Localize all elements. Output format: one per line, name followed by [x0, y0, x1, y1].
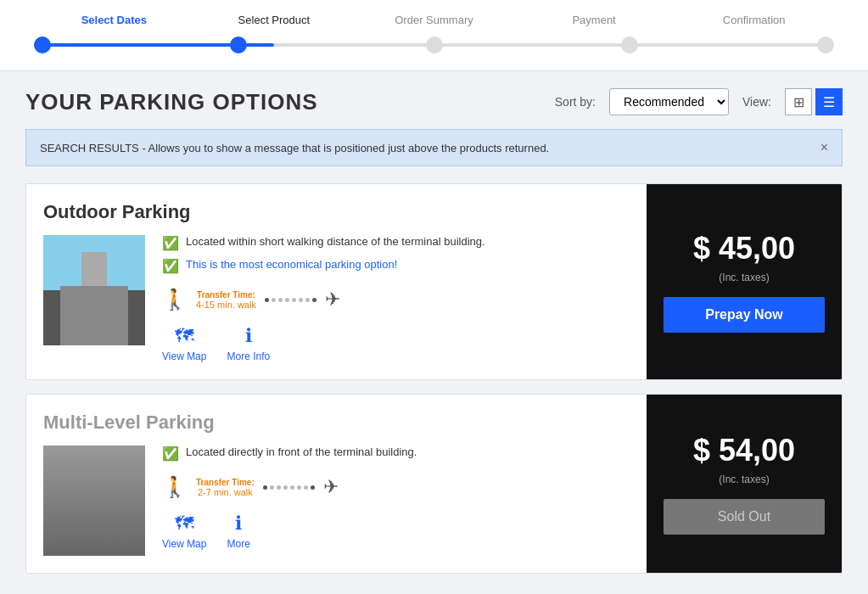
step-confirmation: Confirmation — [674, 14, 834, 26]
dot-ml7 — [304, 485, 308, 490]
dot-ml5 — [290, 485, 294, 490]
step-payment: Payment — [514, 14, 675, 26]
sort-label: Sort by: — [555, 95, 596, 109]
transfer-section-outdoor: 🚶 Transfer Time: 4-15 min. walk — [162, 288, 630, 311]
step-order-summary: Order Summary — [354, 14, 514, 26]
dot-s8 — [312, 298, 316, 302]
more-info-label-multilevel: More — [227, 538, 249, 550]
view-map-label-outdoor: View Map — [162, 350, 206, 362]
view-buttons: ⊞ ☰ — [785, 88, 843, 115]
price-panel-outdoor: $ 45,00 (Inc. taxes) Prepay Now — [647, 184, 842, 379]
transfer-info-multilevel: Transfer Time: 2-7 min. walk — [196, 478, 255, 497]
more-info-button-outdoor[interactable]: ℹ More Info — [227, 325, 270, 362]
dot-confirmation[interactable] — [817, 36, 834, 53]
dot-s4 — [285, 298, 289, 302]
multilevel-image-bg — [43, 446, 145, 556]
prepay-button-outdoor[interactable]: Prepay Now — [664, 297, 825, 333]
dot-payment[interactable] — [621, 36, 638, 53]
dot-ml2 — [270, 485, 274, 490]
view-map-button-multilevel[interactable]: 🗺 View Map — [162, 513, 206, 550]
more-info-button-multilevel[interactable]: ℹ More — [227, 513, 249, 550]
product-image-outdoor — [43, 235, 145, 345]
actions-outdoor: 🗺 View Map ℹ More Info — [162, 325, 630, 362]
progress-section: Select Dates Select Product Order Summar… — [0, 0, 868, 71]
transfer-time-multilevel: 2-7 min. walk — [196, 487, 255, 497]
feature-outdoor-1: ✅ Located within short walking distance … — [162, 235, 630, 251]
product-image-multilevel — [43, 446, 145, 556]
plane-icon-multilevel: ✈ — [323, 476, 339, 498]
transfer-label-multilevel: Transfer Time: — [196, 478, 255, 487]
dot-s7 — [305, 298, 310, 302]
transfer-section-multilevel: 🚶 Transfer Time: 2-7 min. walk — [162, 475, 630, 499]
sort-view-controls: Sort by: Recommended Price View: ⊞ ☰ — [555, 88, 843, 115]
outdoor-image-bg — [43, 235, 145, 345]
info-icon-outdoor: ℹ — [245, 325, 252, 347]
dot-s2 — [272, 298, 276, 302]
step-select-product: Select Product — [194, 14, 355, 26]
actions-multilevel: 🗺 View Map ℹ More — [162, 513, 630, 550]
product-name-multilevel: Multi-Level Parking — [43, 412, 630, 434]
feature-multilevel-1: ✅ Located directly in front of the termi… — [162, 446, 630, 462]
step-select-dates: Select Dates — [34, 14, 194, 26]
dot-order-summary[interactable] — [426, 36, 443, 53]
dot-s1 — [265, 298, 269, 302]
grid-view-button[interactable]: ⊞ — [785, 88, 812, 115]
view-label: View: — [742, 95, 771, 109]
check-icon-2: ✅ — [162, 258, 179, 274]
info-icon-multilevel: ℹ — [235, 513, 242, 535]
product-details-outdoor: ✅ Located within short walking distance … — [162, 235, 630, 362]
transfer-info-outdoor: Transfer Time: 4-15 min. walk — [196, 290, 256, 310]
list-view-button[interactable]: ☰ — [815, 88, 843, 115]
product-card-outdoor: Outdoor Parking ✅ Located within short w… — [25, 183, 843, 380]
progress-bar — [34, 36, 834, 53]
dot-ml8 — [311, 485, 315, 490]
dot-s5 — [292, 298, 296, 302]
parking-header: YOUR PARKING OPTIONS Sort by: Recommende… — [25, 88, 843, 115]
main-content: YOUR PARKING OPTIONS Sort by: Recommende… — [0, 71, 868, 594]
feature-outdoor-2: ✅ This is the most economical parking op… — [162, 258, 630, 274]
price-panel-multilevel: $ 54,00 (Inc. taxes) Sold Out — [647, 395, 842, 573]
dot-ml4 — [283, 485, 288, 490]
view-map-button-outdoor[interactable]: 🗺 View Map — [162, 325, 206, 362]
product-body-outdoor: ✅ Located within short walking distance … — [43, 235, 630, 362]
product-body-multilevel: ✅ Located directly in front of the termi… — [43, 446, 630, 556]
dot-ml6 — [297, 485, 301, 490]
price-tax-multilevel: (Inc. taxes) — [719, 474, 769, 485]
dot-s6 — [299, 298, 303, 302]
dot-select-product[interactable] — [230, 36, 247, 53]
banner-close-button[interactable]: × — [820, 140, 828, 155]
steps-labels: Select Dates Select Product Order Summar… — [34, 14, 834, 26]
price-tax-outdoor: (Inc. taxes) — [719, 272, 769, 283]
map-icon-multilevel: 🗺 — [175, 513, 193, 535]
sort-dropdown[interactable]: Recommended Price — [609, 88, 729, 115]
check-icon-ml-1: ✅ — [162, 446, 179, 462]
price-amount-multilevel: $ 54,00 — [693, 433, 795, 468]
banner-text: SEARCH RESULTS - Allows you to show a me… — [40, 142, 549, 154]
dot-select-dates[interactable] — [34, 36, 51, 53]
feature-text-outdoor-2: This is the most economical parking opti… — [186, 258, 397, 271]
product-info-outdoor: Outdoor Parking ✅ Located within short w… — [26, 184, 647, 379]
dot-ml3 — [277, 485, 281, 490]
dots-line-multilevel — [263, 485, 315, 490]
plane-icon-outdoor: ✈ — [325, 289, 340, 311]
dot-ml1 — [263, 485, 267, 490]
product-details-multilevel: ✅ Located directly in front of the termi… — [162, 446, 630, 550]
view-map-label-multilevel: View Map — [162, 538, 206, 550]
walking-icon-multilevel: 🚶 — [162, 475, 188, 499]
more-info-label-outdoor: More Info — [227, 350, 270, 362]
product-name-outdoor: Outdoor Parking — [43, 201, 630, 223]
page-title: YOUR PARKING OPTIONS — [25, 89, 318, 115]
sold-out-button-multilevel: Sold Out — [664, 499, 825, 535]
dots-line-outdoor — [265, 298, 316, 302]
transfer-time-outdoor: 4-15 min. walk — [196, 300, 256, 310]
product-card-multilevel: Multi-Level Parking ✅ Located directly i… — [25, 394, 843, 574]
feature-text-multilevel-1: Located directly in front of the termina… — [186, 446, 417, 458]
search-results-banner: SEARCH RESULTS - Allows you to show a me… — [25, 129, 843, 166]
price-amount-outdoor: $ 45,00 — [693, 231, 795, 266]
feature-text-outdoor-1: Located within short walking distance of… — [186, 235, 485, 248]
map-icon-outdoor: 🗺 — [175, 325, 193, 347]
transfer-label-outdoor: Transfer Time: — [196, 290, 256, 300]
dot-s3 — [278, 298, 283, 302]
product-info-multilevel: Multi-Level Parking ✅ Located directly i… — [26, 395, 647, 573]
check-icon-1: ✅ — [162, 235, 179, 251]
